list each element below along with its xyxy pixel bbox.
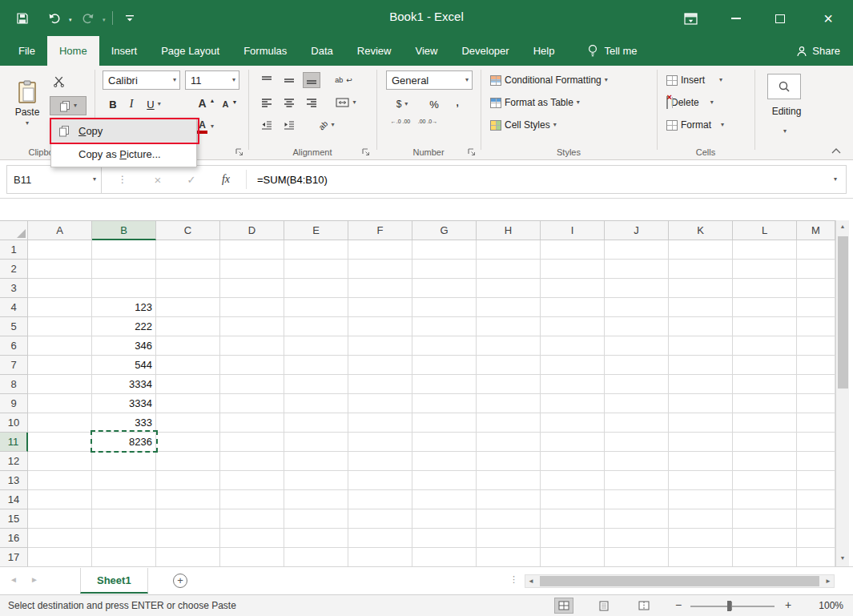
tab-review[interactable]: Review	[345, 36, 404, 66]
cell-D6[interactable]	[220, 336, 284, 356]
accounting-format-caret[interactable]: ▾	[404, 101, 408, 107]
cell-J11[interactable]	[605, 433, 669, 452]
align-right-button[interactable]	[303, 95, 320, 111]
format-as-table-caret[interactable]: ▾	[577, 99, 580, 106]
cell-E1[interactable]	[284, 240, 348, 260]
cell-G4[interactable]	[412, 298, 477, 317]
row-header-17[interactable]: 17	[0, 548, 28, 567]
cell-F2[interactable]	[348, 260, 412, 279]
cell-C9[interactable]	[156, 394, 220, 413]
cell-G16[interactable]	[412, 529, 477, 548]
cell-H13[interactable]	[477, 471, 541, 490]
grow-font-button[interactable]: A▲	[197, 95, 216, 112]
cell-C11[interactable]	[156, 433, 220, 452]
cell-B6[interactable]: 346	[92, 336, 156, 356]
close-button[interactable]: ×	[815, 6, 841, 30]
cell-G1[interactable]	[412, 240, 477, 260]
share-button[interactable]: Share	[796, 36, 840, 66]
cell-A3[interactable]	[28, 279, 92, 298]
cell-J12[interactable]	[605, 452, 669, 471]
cell-F15[interactable]	[348, 509, 412, 529]
cell-M6[interactable]	[797, 336, 835, 356]
editing-group-caret[interactable]: ▾	[783, 122, 787, 136]
cell-G7[interactable]	[412, 356, 477, 375]
sheet-nav-right-arrow[interactable]: ►	[30, 575, 38, 584]
cell-L17[interactable]	[733, 548, 797, 567]
cell-H9[interactable]	[477, 394, 541, 413]
vertical-scrollbar[interactable]: ▲ ▼	[835, 220, 849, 566]
cell-I16[interactable]	[541, 529, 605, 548]
cell-L16[interactable]	[733, 529, 797, 548]
tab-home[interactable]: Home	[47, 36, 99, 66]
row-header-5[interactable]: 5	[0, 317, 28, 336]
cell-I4[interactable]	[541, 298, 605, 317]
cell-J6[interactable]	[605, 336, 669, 356]
sheet-nav-left-arrow[interactable]: ◄	[10, 575, 18, 584]
cell-M4[interactable]	[797, 298, 835, 317]
cell-L11[interactable]	[733, 433, 797, 452]
bold-button[interactable]: B	[106, 96, 120, 112]
align-center-button[interactable]	[280, 95, 298, 111]
ribbon-display-options-button[interactable]	[678, 6, 703, 30]
cell-A12[interactable]	[28, 452, 92, 471]
cell-K13[interactable]	[669, 471, 733, 490]
row-header-9[interactable]: 9	[0, 394, 28, 413]
cell-M17[interactable]	[797, 548, 835, 567]
cell-A8[interactable]	[28, 375, 92, 394]
cell-I8[interactable]	[541, 375, 605, 394]
cell-J14[interactable]	[605, 490, 669, 509]
cell-D2[interactable]	[220, 260, 284, 279]
cell-H15[interactable]	[477, 509, 541, 529]
cell-D12[interactable]	[220, 452, 284, 471]
cell-G14[interactable]	[412, 490, 477, 509]
cell-L15[interactable]	[733, 509, 797, 529]
cell-A6[interactable]	[28, 336, 92, 356]
name-box-caret[interactable]: ▾	[93, 176, 101, 183]
cell-E15[interactable]	[284, 509, 348, 529]
insert-cells-caret[interactable]: ▾	[719, 77, 722, 83]
cell-F8[interactable]	[348, 375, 412, 394]
cell-J4[interactable]	[605, 298, 669, 317]
cell-J5[interactable]	[605, 317, 669, 336]
column-header-G[interactable]: G	[412, 221, 477, 240]
cell-C12[interactable]	[156, 452, 220, 471]
row-header-3[interactable]: 3	[0, 279, 28, 298]
cell-C13[interactable]	[156, 471, 220, 490]
column-header-F[interactable]: F	[348, 221, 412, 240]
cell-F14[interactable]	[348, 490, 412, 509]
cell-E6[interactable]	[284, 336, 348, 356]
cell-M5[interactable]	[797, 317, 835, 336]
cell-D10[interactable]	[220, 413, 284, 433]
number-format-caret[interactable]: ▾	[462, 77, 472, 83]
cell-C8[interactable]	[156, 375, 220, 394]
cell-F17[interactable]	[348, 548, 412, 567]
cell-K4[interactable]	[669, 298, 733, 317]
cell-G9[interactable]	[412, 394, 477, 413]
cell-I3[interactable]	[541, 279, 605, 298]
menu-item-copy-as-picture[interactable]: Copy as Picture...	[51, 143, 196, 166]
font-color-button[interactable]: A ▾	[197, 119, 226, 135]
alignment-dialog-launcher[interactable]	[362, 145, 370, 159]
cell-J15[interactable]	[605, 509, 669, 529]
zoom-in-button[interactable]: +	[785, 598, 791, 611]
cell-F13[interactable]	[348, 471, 412, 490]
cell-B7[interactable]: 544	[92, 356, 156, 375]
cell-F4[interactable]	[348, 298, 412, 317]
cell-A10[interactable]	[28, 413, 92, 433]
cell-B5[interactable]: 222	[92, 317, 156, 336]
cell-K7[interactable]	[669, 356, 733, 375]
cell-L5[interactable]	[733, 317, 797, 336]
cell-K3[interactable]	[669, 279, 733, 298]
cell-B12[interactable]	[92, 452, 156, 471]
cell-D13[interactable]	[220, 471, 284, 490]
cell-E3[interactable]	[284, 279, 348, 298]
cell-G17[interactable]	[412, 548, 477, 567]
minimize-button[interactable]	[723, 6, 749, 30]
editing-search-button[interactable]	[767, 74, 801, 99]
cell-H16[interactable]	[477, 529, 541, 548]
cell-M3[interactable]	[797, 279, 835, 298]
cell-E16[interactable]	[284, 529, 348, 548]
cell-F10[interactable]	[348, 413, 412, 433]
horizontal-scrollbar-thumb[interactable]	[540, 576, 819, 586]
font-size-combo[interactable]: 11 ▾	[185, 70, 239, 90]
